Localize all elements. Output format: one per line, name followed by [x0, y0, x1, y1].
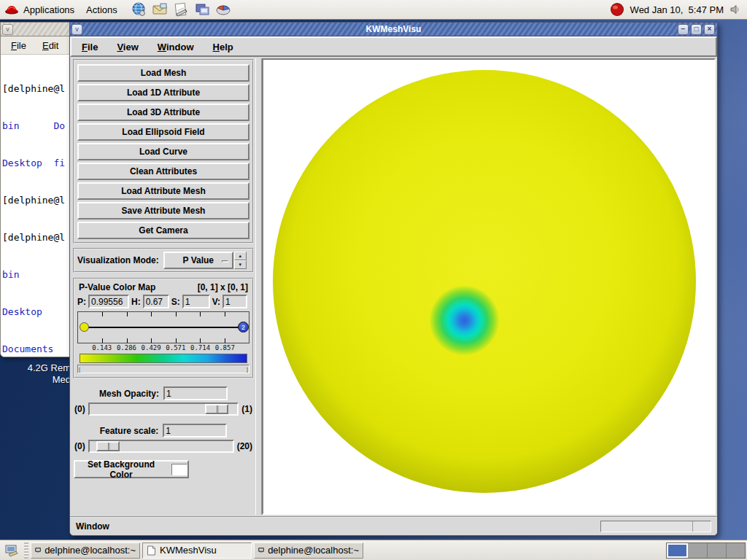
mesh-opacity-max: (1)	[241, 404, 252, 414]
workspace-2[interactable]	[688, 543, 707, 558]
p-field-input[interactable]	[88, 295, 129, 308]
visualization-mode-frame: Visualization Mode: P Value ▲ ▼	[73, 248, 254, 273]
actions-menu[interactable]: Actions	[82, 0, 125, 19]
task-terminal-1[interactable]: delphine@localhost:~	[31, 542, 140, 559]
v-field-input[interactable]	[222, 295, 247, 308]
scrollbar-left-grip[interactable]: [	[79, 366, 80, 373]
colormap-tick-labels: 0.143 0.286 0.429 0.571 0.714 0.857	[77, 344, 249, 352]
mesh-sphere[interactable]	[273, 70, 696, 493]
desktop-icon-label-line1: 4.2G Rem	[0, 362, 71, 374]
colormap-title: P-Value Color Map	[79, 282, 155, 292]
set-background-color-button[interactable]: Set Background Color	[74, 460, 189, 478]
background-color-swatch	[171, 464, 187, 475]
colormap-scrollbar[interactable]: [ ]	[77, 365, 249, 373]
feature-scale-max: (20)	[237, 441, 252, 451]
progress-gauge-cell	[692, 521, 711, 532]
mesh-opacity-block: Mesh Opacity: (0) (1)	[73, 386, 254, 416]
top-panel: Applications Actions	[0, 0, 747, 20]
load-1d-attribute-button[interactable]: Load 1D Attribute	[77, 84, 249, 101]
s-field-input[interactable]	[182, 295, 210, 308]
kwmeshvisu-window: v KWMeshVisu − □ × File View Window Help…	[69, 22, 718, 536]
s-field-label: S:	[171, 297, 180, 307]
menu-help[interactable]: Help	[213, 42, 233, 52]
load-3d-attribute-button[interactable]: Load 3D Attribute	[77, 104, 249, 121]
volume-icon[interactable]	[729, 4, 741, 15]
impress-icon[interactable]	[194, 1, 210, 18]
h-field-label: H:	[131, 297, 141, 307]
terminal-shade-button[interactable]: v	[2, 24, 13, 35]
transfer-function-line	[85, 327, 240, 328]
redhat-logo-icon	[4, 4, 19, 15]
load-ellipsoid-field-button[interactable]: Load Ellipsoid Field	[77, 123, 249, 141]
task-kwmeshvisu[interactable]: KWMeshVisu	[142, 542, 252, 559]
pvalue-colormap-frame: P-Value Color Map [0, 1] x [0, 1] P: H: …	[73, 278, 254, 378]
statusbar-label: Window	[76, 521, 109, 532]
actions-menu-label: Actions	[86, 4, 117, 15]
colormap-function-canvas[interactable]: 2	[77, 311, 249, 343]
feature-scale-slider[interactable]	[88, 440, 234, 453]
feature-scale-handle[interactable]	[96, 441, 120, 451]
scrollbar-right-grip[interactable]: ]	[247, 366, 248, 373]
render-viewport[interactable]	[262, 58, 716, 515]
desktop-icon-label[interactable]: 4.2G Rem Med	[0, 362, 71, 386]
terminal-menu-edit[interactable]: Edit	[42, 40, 58, 51]
terminal-icon	[35, 545, 41, 555]
menu-file[interactable]: File	[82, 42, 98, 52]
v-field-label: V:	[212, 297, 220, 307]
menu-view[interactable]: View	[117, 42, 138, 52]
app-statusbar: Window	[70, 516, 717, 535]
applications-menu-label: Applications	[23, 4, 74, 15]
get-camera-button[interactable]: Get Camera	[77, 222, 249, 239]
mesh-opacity-input[interactable]	[163, 386, 228, 400]
progress-gauge	[600, 521, 711, 532]
pvalue-spot	[430, 286, 499, 355]
writer-icon[interactable]	[173, 1, 189, 18]
menu-window[interactable]: Window	[158, 42, 194, 52]
colormap-gradient-bar	[80, 354, 247, 363]
terminal-menu-file[interactable]: File	[11, 40, 26, 51]
load-mesh-button[interactable]: Load Mesh	[77, 64, 249, 82]
visualization-mode-dropdown[interactable]: P Value	[163, 252, 233, 269]
load-attribute-mesh-button[interactable]: Load Attribute Mesh	[77, 182, 249, 200]
visualization-mode-spinner: ▲ ▼	[234, 252, 247, 269]
visualization-mode-label: Visualization Mode:	[77, 255, 159, 265]
p-field-label: P:	[77, 297, 86, 307]
spinner-down-icon[interactable]: ▼	[234, 260, 247, 269]
load-curve-button[interactable]: Load Curve	[77, 143, 249, 160]
task-terminal-2[interactable]: delphine@localhost:~	[254, 542, 363, 559]
visualization-mode-value: P Value	[183, 255, 214, 265]
calc-icon[interactable]	[215, 1, 231, 18]
panel-clock[interactable]: Wed Jan 10, 5:47 PM	[630, 4, 724, 15]
feature-scale-input[interactable]	[163, 424, 227, 438]
mesh-opacity-handle[interactable]	[205, 404, 228, 414]
workspace-1[interactable]	[667, 543, 688, 558]
colormap-right-node[interactable]: 2	[238, 322, 249, 332]
email-icon[interactable]	[152, 1, 168, 18]
applications-menu[interactable]: Applications	[0, 0, 82, 19]
h-field-input[interactable]	[143, 295, 169, 308]
load-buttons-frame: Load Mesh Load 1D Attribute Load 3D Attr…	[73, 59, 254, 244]
save-attribute-mesh-button[interactable]: Save Attribute Mesh	[77, 202, 249, 219]
desktop-icon-label-line2: Med	[0, 374, 71, 386]
feature-scale-label: Feature scale:	[100, 426, 159, 436]
optionmenu-indicator	[222, 260, 228, 262]
feature-scale-min: (0)	[74, 441, 85, 451]
task-label: delphine@localhost:~	[44, 545, 136, 556]
clean-attributes-button[interactable]: Clean Attributes	[77, 163, 249, 180]
colormap-left-node[interactable]	[80, 322, 89, 332]
web-browser-icon[interactable]	[131, 1, 147, 18]
feature-scale-block: Feature scale: (0) (20)	[73, 424, 254, 453]
mesh-opacity-slider[interactable]	[88, 402, 239, 416]
app-titlebar[interactable]: v KWMeshVisu − □ ×	[70, 23, 717, 36]
workspace-3[interactable]	[708, 543, 727, 558]
panel-sash[interactable]	[255, 58, 262, 515]
spinner-up-icon[interactable]: ▲	[234, 252, 247, 260]
show-desktop-button[interactable]	[1, 542, 22, 559]
bottom-taskbar: delphine@localhost:~ KWMeshVisu delphine…	[0, 540, 747, 560]
workspace-4[interactable]	[727, 543, 745, 558]
document-icon	[147, 545, 156, 556]
alert-notification-icon[interactable]	[610, 2, 624, 17]
colormap-range: [0, 1] x [0, 1]	[198, 282, 248, 292]
taskbar-grip[interactable]	[24, 542, 28, 559]
mesh-opacity-label: Mesh Opacity:	[99, 389, 159, 399]
